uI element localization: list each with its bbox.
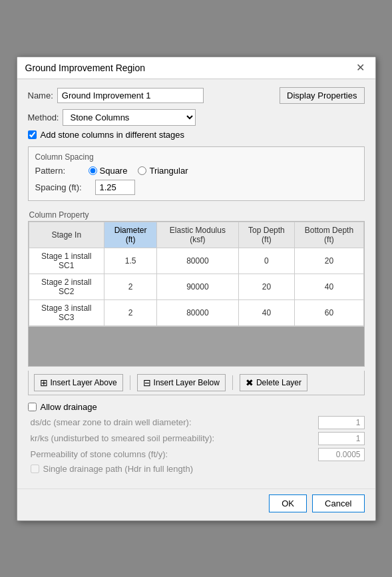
add-stages-checkbox[interactable] [28,130,37,139]
col-header-top: Top Depth (ft) [238,222,295,248]
method-select[interactable]: Stone Columns Vibro Compaction Dynamic C… [63,109,196,126]
add-stages-label[interactable]: Add stone columns in different stages [41,130,185,140]
kr-ks-row: kr/ks (undisturbed to smeared soil perme… [28,432,365,445]
insert-layer-above-button[interactable]: ⊞ Insert Layer Above [34,374,123,391]
insert-below-icon: ⊟ [143,377,151,388]
cancel-button[interactable]: Cancel [312,494,364,512]
cell-bottom: 20 [295,248,363,274]
name-label: Name: [28,91,53,100]
insert-above-label: Insert Layer Above [51,378,117,387]
kr-ks-label: kr/ks (undisturbed to smeared soil perme… [31,433,318,443]
permeability-row: Permeability of stone columns (ft/y): [28,448,365,461]
cell-elastic: 80000 [157,248,238,274]
pattern-label: Pattern: [35,166,89,176]
dialog-title: Ground Improvement Region [25,63,146,73]
cell-stage: Stage 1 install SC1 [29,248,104,274]
kr-ks-input[interactable] [318,432,365,445]
delete-layer-button[interactable]: ✖ Delete Layer [240,374,307,391]
dialog-footer: OK Cancel [17,488,375,520]
cell-top: 40 [238,299,295,325]
col-header-stage: Stage In [29,222,104,248]
single-path-label[interactable]: Single drainage path (Hdr in full length… [43,464,193,474]
close-button[interactable]: ✕ [353,63,367,73]
cell-diameter: 2 [104,274,156,299]
pattern-square-label: Square [100,166,128,176]
col-header-bottom: Bottom Depth (ft) [295,222,363,248]
cell-top: 20 [238,274,295,299]
property-table: Stage In Diameter (ft) Elastic Modulus (… [29,222,364,326]
insert-above-icon: ⊞ [40,377,48,388]
column-spacing-section: Column Spacing Pattern: Square Triangula… [28,146,365,201]
display-properties-button[interactable]: Display Properties [280,87,365,104]
table-row: Stage 3 install SC3 2 80000 40 60 [29,299,363,325]
ground-improvement-dialog: Ground Improvement Region ✕ Name: Displa… [17,57,376,521]
name-input[interactable] [57,88,204,103]
ds-dc-input[interactable] [318,416,365,429]
ds-dc-row: ds/dc (smear zone to drain well diameter… [28,416,365,429]
pattern-square-radio[interactable] [89,166,97,175]
cell-elastic: 80000 [157,299,238,325]
cell-stage: Stage 2 install SC2 [29,274,104,299]
single-path-checkbox[interactable] [31,465,39,473]
single-path-row: Single drainage path (Hdr in full length… [28,464,365,474]
add-stages-row: Add stone columns in different stages [28,130,365,140]
pattern-radio-group: Square Triangular [89,166,188,176]
permeability-input[interactable] [318,448,365,461]
pattern-row: Pattern: Square Triangular [35,166,357,176]
cell-diameter: 2 [104,299,156,325]
titlebar: Ground Improvement Region ✕ [17,57,375,79]
column-property-section: Stage In Diameter (ft) Elastic Modulus (… [28,221,365,367]
column-property-title: Column Property [28,208,365,221]
ok-button[interactable]: OK [269,494,307,512]
permeability-label: Permeability of stone columns (ft/y): [31,449,318,459]
pattern-triangular-radio[interactable] [138,166,146,175]
col-header-elastic: Elastic Modulus (ksf) [157,222,238,248]
col-header-diameter: Diameter (ft) [104,222,156,248]
insert-below-label: Insert Layer Below [154,378,220,387]
table-row: Stage 1 install SC1 1.5 80000 0 20 [29,248,363,274]
column-property-wrapper: Column Property Stage In Diameter (ft) E… [28,208,365,367]
dialog-body: Name: Display Properties Method: Stone C… [17,79,375,488]
insert-layer-below-button[interactable]: ⊟ Insert Layer Below [137,374,226,391]
cell-top: 0 [238,248,295,274]
column-spacing-title: Column Spacing [35,152,357,162]
cell-bottom: 60 [295,299,363,325]
allow-drainage-checkbox[interactable] [28,403,37,411]
cell-stage: Stage 3 install SC3 [29,299,104,325]
drainage-section: Allow drainage ds/dc (smear zone to drai… [28,402,365,474]
allow-drainage-row: Allow drainage [28,402,365,412]
cell-bottom: 40 [295,274,363,299]
spacing-row: Spacing (ft): [35,180,357,195]
cell-elastic: 90000 [157,274,238,299]
table-row: Stage 2 install SC2 2 90000 20 40 [29,274,363,299]
delete-layer-icon: ✖ [246,377,254,388]
ds-dc-label: ds/dc (smear zone to drain well diameter… [31,417,318,427]
cell-diameter: 1.5 [104,248,156,274]
pattern-square-option[interactable]: Square [89,166,128,176]
method-label: Method: [28,112,59,122]
spacing-label: Spacing (ft): [35,182,95,192]
separator-1 [130,375,130,390]
method-row: Method: Stone Columns Vibro Compaction D… [28,109,365,126]
allow-drainage-label[interactable]: Allow drainage [41,402,97,412]
separator-2 [232,375,233,390]
table-gray-area [29,326,364,366]
spacing-input[interactable] [95,180,135,195]
pattern-triangular-label: Triangular [149,166,188,176]
pattern-triangular-option[interactable]: Triangular [138,166,188,176]
table-buttons-bar: ⊞ Insert Layer Above ⊟ Insert Layer Belo… [28,371,365,395]
name-row: Name: Display Properties [28,87,365,104]
delete-layer-label: Delete Layer [256,378,301,387]
name-left: Name: [28,88,280,103]
